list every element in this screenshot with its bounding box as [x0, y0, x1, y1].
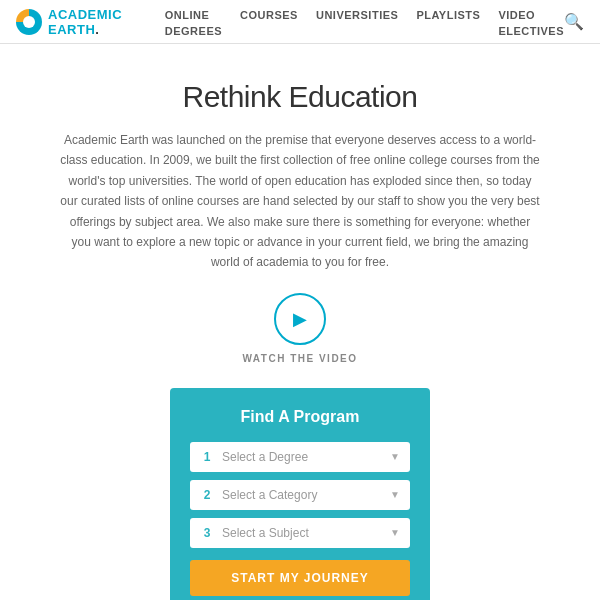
logo-text: ACADEMIC EARTH.	[48, 7, 141, 37]
hero-section: Rethink Education Academic Earth was lau…	[0, 44, 600, 600]
play-icon: ▶	[274, 293, 326, 345]
find-program-title: Find A Program	[190, 408, 410, 426]
hero-title: Rethink Education	[60, 80, 540, 114]
video-label: WATCH THE VIDEO	[242, 353, 357, 364]
logo[interactable]: ACADEMIC EARTH.	[16, 7, 141, 37]
nav-link-playlists[interactable]: PLAYLISTS	[416, 9, 480, 21]
subject-select[interactable]: Select a Subject	[222, 526, 382, 540]
chevron-down-icon: ▼	[390, 451, 400, 462]
chevron-down-icon-2: ▼	[390, 489, 400, 500]
step-1-number: 1	[200, 450, 214, 464]
nav-link-courses[interactable]: COURSES	[240, 9, 298, 21]
nav-link-video-electives[interactable]: VIDEO ELECTIVES	[498, 9, 564, 37]
find-program-widget: Find A Program 1 Select a Degree ▼ 2 Sel…	[170, 388, 430, 600]
step-2-number: 2	[200, 488, 214, 502]
watch-video-button[interactable]: ▶ WATCH THE VIDEO	[60, 293, 540, 364]
degree-select-row: 1 Select a Degree ▼	[190, 442, 410, 472]
subject-select-row: 3 Select a Subject ▼	[190, 518, 410, 548]
logo-icon	[16, 9, 42, 35]
nav-links: ONLINE DEGREES COURSES UNIVERSITIES PLAY…	[165, 6, 564, 38]
main-nav: ACADEMIC EARTH. ONLINE DEGREES COURSES U…	[0, 0, 600, 44]
category-select[interactable]: Select a Category	[222, 488, 382, 502]
chevron-down-icon-3: ▼	[390, 527, 400, 538]
hero-description: Academic Earth was launched on the premi…	[60, 130, 540, 273]
degree-select[interactable]: Select a Degree	[222, 450, 382, 464]
category-select-row: 2 Select a Category ▼	[190, 480, 410, 510]
nav-link-universities[interactable]: UNIVERSITIES	[316, 9, 398, 21]
nav-link-online-degrees[interactable]: ONLINE DEGREES	[165, 9, 222, 37]
search-icon[interactable]: 🔍	[564, 12, 584, 31]
step-3-number: 3	[200, 526, 214, 540]
start-journey-button[interactable]: START MY JOURNEY	[190, 560, 410, 596]
